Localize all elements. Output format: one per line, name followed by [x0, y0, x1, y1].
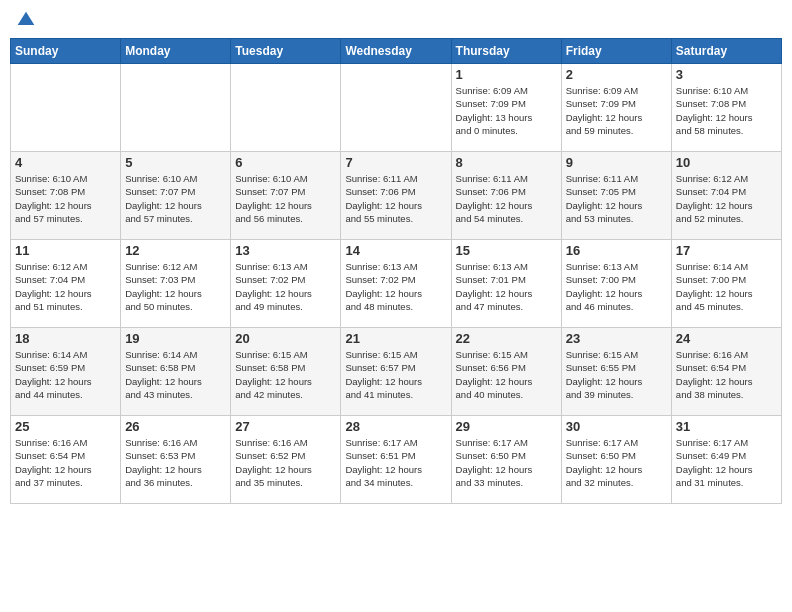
day-info: Sunrise: 6:15 AM Sunset: 6:58 PM Dayligh…	[235, 348, 336, 401]
calendar-cell: 23Sunrise: 6:15 AM Sunset: 6:55 PM Dayli…	[561, 328, 671, 416]
day-number: 28	[345, 419, 446, 434]
calendar-cell: 31Sunrise: 6:17 AM Sunset: 6:49 PM Dayli…	[671, 416, 781, 504]
calendar-cell: 19Sunrise: 6:14 AM Sunset: 6:58 PM Dayli…	[121, 328, 231, 416]
day-number: 31	[676, 419, 777, 434]
calendar-cell: 4Sunrise: 6:10 AM Sunset: 7:08 PM Daylig…	[11, 152, 121, 240]
day-info: Sunrise: 6:15 AM Sunset: 6:57 PM Dayligh…	[345, 348, 446, 401]
day-number: 12	[125, 243, 226, 258]
calendar-cell: 6Sunrise: 6:10 AM Sunset: 7:07 PM Daylig…	[231, 152, 341, 240]
calendar-cell: 7Sunrise: 6:11 AM Sunset: 7:06 PM Daylig…	[341, 152, 451, 240]
logo-icon	[16, 10, 36, 30]
day-info: Sunrise: 6:09 AM Sunset: 7:09 PM Dayligh…	[456, 84, 557, 137]
calendar-cell: 27Sunrise: 6:16 AM Sunset: 6:52 PM Dayli…	[231, 416, 341, 504]
calendar-cell: 2Sunrise: 6:09 AM Sunset: 7:09 PM Daylig…	[561, 64, 671, 152]
calendar-week-row: 11Sunrise: 6:12 AM Sunset: 7:04 PM Dayli…	[11, 240, 782, 328]
logo	[14, 10, 36, 30]
calendar-cell: 3Sunrise: 6:10 AM Sunset: 7:08 PM Daylig…	[671, 64, 781, 152]
calendar-week-row: 1Sunrise: 6:09 AM Sunset: 7:09 PM Daylig…	[11, 64, 782, 152]
calendar-header-wednesday: Wednesday	[341, 39, 451, 64]
page-header	[10, 10, 782, 30]
day-info: Sunrise: 6:13 AM Sunset: 7:02 PM Dayligh…	[235, 260, 336, 313]
calendar-cell: 26Sunrise: 6:16 AM Sunset: 6:53 PM Dayli…	[121, 416, 231, 504]
day-info: Sunrise: 6:17 AM Sunset: 6:49 PM Dayligh…	[676, 436, 777, 489]
day-info: Sunrise: 6:15 AM Sunset: 6:55 PM Dayligh…	[566, 348, 667, 401]
calendar-cell: 11Sunrise: 6:12 AM Sunset: 7:04 PM Dayli…	[11, 240, 121, 328]
calendar-cell: 14Sunrise: 6:13 AM Sunset: 7:02 PM Dayli…	[341, 240, 451, 328]
day-number: 4	[15, 155, 116, 170]
day-number: 15	[456, 243, 557, 258]
day-number: 18	[15, 331, 116, 346]
day-info: Sunrise: 6:12 AM Sunset: 7:04 PM Dayligh…	[676, 172, 777, 225]
calendar-cell	[11, 64, 121, 152]
calendar-table: SundayMondayTuesdayWednesdayThursdayFrid…	[10, 38, 782, 504]
calendar-cell: 29Sunrise: 6:17 AM Sunset: 6:50 PM Dayli…	[451, 416, 561, 504]
day-number: 24	[676, 331, 777, 346]
day-number: 21	[345, 331, 446, 346]
calendar-cell	[121, 64, 231, 152]
day-number: 20	[235, 331, 336, 346]
calendar-week-row: 25Sunrise: 6:16 AM Sunset: 6:54 PM Dayli…	[11, 416, 782, 504]
day-info: Sunrise: 6:11 AM Sunset: 7:05 PM Dayligh…	[566, 172, 667, 225]
day-info: Sunrise: 6:10 AM Sunset: 7:07 PM Dayligh…	[125, 172, 226, 225]
day-number: 8	[456, 155, 557, 170]
calendar-cell: 24Sunrise: 6:16 AM Sunset: 6:54 PM Dayli…	[671, 328, 781, 416]
day-info: Sunrise: 6:15 AM Sunset: 6:56 PM Dayligh…	[456, 348, 557, 401]
day-info: Sunrise: 6:13 AM Sunset: 7:01 PM Dayligh…	[456, 260, 557, 313]
day-number: 7	[345, 155, 446, 170]
day-info: Sunrise: 6:16 AM Sunset: 6:54 PM Dayligh…	[15, 436, 116, 489]
day-number: 2	[566, 67, 667, 82]
day-number: 9	[566, 155, 667, 170]
calendar-week-row: 18Sunrise: 6:14 AM Sunset: 6:59 PM Dayli…	[11, 328, 782, 416]
day-number: 17	[676, 243, 777, 258]
day-info: Sunrise: 6:17 AM Sunset: 6:51 PM Dayligh…	[345, 436, 446, 489]
calendar-cell: 20Sunrise: 6:15 AM Sunset: 6:58 PM Dayli…	[231, 328, 341, 416]
calendar-header-saturday: Saturday	[671, 39, 781, 64]
calendar-header-row: SundayMondayTuesdayWednesdayThursdayFrid…	[11, 39, 782, 64]
day-info: Sunrise: 6:12 AM Sunset: 7:04 PM Dayligh…	[15, 260, 116, 313]
calendar-cell: 12Sunrise: 6:12 AM Sunset: 7:03 PM Dayli…	[121, 240, 231, 328]
calendar-cell	[231, 64, 341, 152]
calendar-cell: 9Sunrise: 6:11 AM Sunset: 7:05 PM Daylig…	[561, 152, 671, 240]
day-info: Sunrise: 6:16 AM Sunset: 6:53 PM Dayligh…	[125, 436, 226, 489]
calendar-cell: 5Sunrise: 6:10 AM Sunset: 7:07 PM Daylig…	[121, 152, 231, 240]
calendar-cell: 8Sunrise: 6:11 AM Sunset: 7:06 PM Daylig…	[451, 152, 561, 240]
day-number: 26	[125, 419, 226, 434]
day-number: 23	[566, 331, 667, 346]
calendar-cell	[341, 64, 451, 152]
calendar-cell: 25Sunrise: 6:16 AM Sunset: 6:54 PM Dayli…	[11, 416, 121, 504]
calendar-cell: 15Sunrise: 6:13 AM Sunset: 7:01 PM Dayli…	[451, 240, 561, 328]
day-number: 16	[566, 243, 667, 258]
calendar-cell: 10Sunrise: 6:12 AM Sunset: 7:04 PM Dayli…	[671, 152, 781, 240]
day-number: 14	[345, 243, 446, 258]
day-number: 30	[566, 419, 667, 434]
day-number: 3	[676, 67, 777, 82]
day-info: Sunrise: 6:13 AM Sunset: 7:02 PM Dayligh…	[345, 260, 446, 313]
day-number: 13	[235, 243, 336, 258]
day-number: 29	[456, 419, 557, 434]
day-number: 22	[456, 331, 557, 346]
day-info: Sunrise: 6:12 AM Sunset: 7:03 PM Dayligh…	[125, 260, 226, 313]
day-info: Sunrise: 6:10 AM Sunset: 7:08 PM Dayligh…	[15, 172, 116, 225]
calendar-cell: 1Sunrise: 6:09 AM Sunset: 7:09 PM Daylig…	[451, 64, 561, 152]
calendar-cell: 22Sunrise: 6:15 AM Sunset: 6:56 PM Dayli…	[451, 328, 561, 416]
day-info: Sunrise: 6:11 AM Sunset: 7:06 PM Dayligh…	[345, 172, 446, 225]
day-info: Sunrise: 6:16 AM Sunset: 6:54 PM Dayligh…	[676, 348, 777, 401]
day-info: Sunrise: 6:14 AM Sunset: 6:59 PM Dayligh…	[15, 348, 116, 401]
calendar-week-row: 4Sunrise: 6:10 AM Sunset: 7:08 PM Daylig…	[11, 152, 782, 240]
day-number: 25	[15, 419, 116, 434]
calendar-header-friday: Friday	[561, 39, 671, 64]
day-number: 19	[125, 331, 226, 346]
calendar-cell: 17Sunrise: 6:14 AM Sunset: 7:00 PM Dayli…	[671, 240, 781, 328]
day-number: 10	[676, 155, 777, 170]
calendar-header-tuesday: Tuesday	[231, 39, 341, 64]
day-info: Sunrise: 6:11 AM Sunset: 7:06 PM Dayligh…	[456, 172, 557, 225]
svg-marker-0	[18, 12, 35, 25]
day-number: 6	[235, 155, 336, 170]
calendar-header-thursday: Thursday	[451, 39, 561, 64]
calendar-cell: 21Sunrise: 6:15 AM Sunset: 6:57 PM Dayli…	[341, 328, 451, 416]
day-number: 5	[125, 155, 226, 170]
calendar-cell: 18Sunrise: 6:14 AM Sunset: 6:59 PM Dayli…	[11, 328, 121, 416]
day-info: Sunrise: 6:16 AM Sunset: 6:52 PM Dayligh…	[235, 436, 336, 489]
day-number: 27	[235, 419, 336, 434]
calendar-cell: 13Sunrise: 6:13 AM Sunset: 7:02 PM Dayli…	[231, 240, 341, 328]
